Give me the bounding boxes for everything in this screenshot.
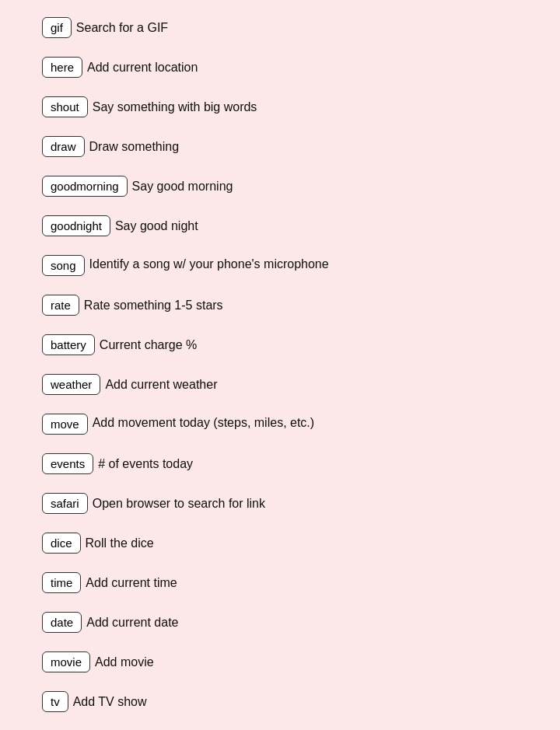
command-tag-shout: shout	[42, 96, 88, 117]
command-item-battery[interactable]: battery Current charge %	[31, 325, 529, 365]
command-desc-goodnight: Say good night	[115, 217, 518, 236]
command-item-here[interactable]: here Add current location	[31, 47, 529, 87]
command-tag-song: song	[42, 255, 85, 276]
command-tag-tv: tv	[42, 691, 68, 712]
command-desc-time: Add current time	[86, 574, 518, 592]
command-item-gif[interactable]: gif Search for a GIF	[31, 8, 529, 47]
command-tag-goodnight: goodnight	[42, 215, 110, 236]
command-tag-here: here	[42, 57, 82, 78]
command-desc-draw: Draw something	[89, 138, 518, 156]
command-tag-weather: weather	[42, 374, 100, 395]
command-tag-move: move	[42, 414, 88, 435]
command-item-shout[interactable]: shout Say something with big words	[31, 87, 529, 127]
command-item-time[interactable]: time Add current time	[31, 563, 529, 603]
command-tag-safari: safari	[42, 493, 88, 514]
command-desc-weather: Add current weather	[105, 375, 518, 394]
command-desc-here: Add current location	[87, 58, 518, 77]
command-item-move[interactable]: move Add movement today (steps, miles, e…	[31, 404, 529, 444]
command-tag-time: time	[42, 572, 81, 593]
command-tag-dice: dice	[42, 533, 81, 554]
command-item-goodnight[interactable]: goodnight Say good night	[31, 206, 529, 246]
command-tag-rate: rate	[42, 295, 79, 316]
command-item-weather[interactable]: weather Add current weather	[31, 365, 529, 404]
command-list: gif Search for a GIF here Add current lo…	[31, 8, 529, 730]
command-item-rate[interactable]: rate Rate something 1-5 stars	[31, 285, 529, 325]
command-item-date[interactable]: date Add current date	[31, 603, 529, 642]
command-desc-dice: Roll the dice	[86, 534, 518, 553]
command-item-events[interactable]: events # of events today	[31, 444, 529, 484]
command-desc-battery: Current charge %	[100, 336, 518, 355]
command-item-dice[interactable]: dice Roll the dice	[31, 523, 529, 563]
command-desc-movie: Add movie	[95, 653, 518, 672]
command-desc-goodmorning: Say good morning	[132, 177, 518, 196]
command-item-safari[interactable]: safari Open browser to search for link	[31, 484, 529, 523]
command-desc-move: Add movement today (steps, miles, etc.)	[93, 414, 314, 432]
command-desc-song: Identify a song w/ your phone's micropho…	[89, 255, 329, 274]
command-tag-goodmorning: goodmorning	[42, 176, 128, 197]
command-tag-movie: movie	[42, 651, 90, 672]
command-desc-safari: Open browser to search for link	[93, 494, 518, 513]
command-desc-events: # of events today	[98, 455, 518, 473]
command-tag-events: events	[42, 453, 93, 474]
command-tag-gif: gif	[42, 17, 72, 38]
command-tag-draw: draw	[42, 136, 85, 157]
command-desc-rate: Rate something 1-5 stars	[84, 296, 518, 315]
command-item-tv[interactable]: tv Add TV show	[31, 682, 529, 721]
command-desc-gif: Search for a GIF	[76, 19, 518, 37]
command-tag-battery: battery	[42, 334, 95, 355]
command-item-goodmorning[interactable]: goodmorning Say good morning	[31, 166, 529, 206]
command-desc-date: Add current date	[86, 613, 518, 632]
command-desc-shout: Say something with big words	[93, 98, 518, 117]
command-tag-date: date	[42, 612, 82, 633]
command-desc-tv: Add TV show	[73, 693, 518, 711]
command-item-game[interactable]: game Add video game	[31, 721, 529, 730]
command-item-draw[interactable]: draw Draw something	[31, 127, 529, 166]
command-item-movie[interactable]: movie Add movie	[31, 642, 529, 682]
command-item-song[interactable]: song Identify a song w/ your phone's mic…	[31, 246, 529, 285]
